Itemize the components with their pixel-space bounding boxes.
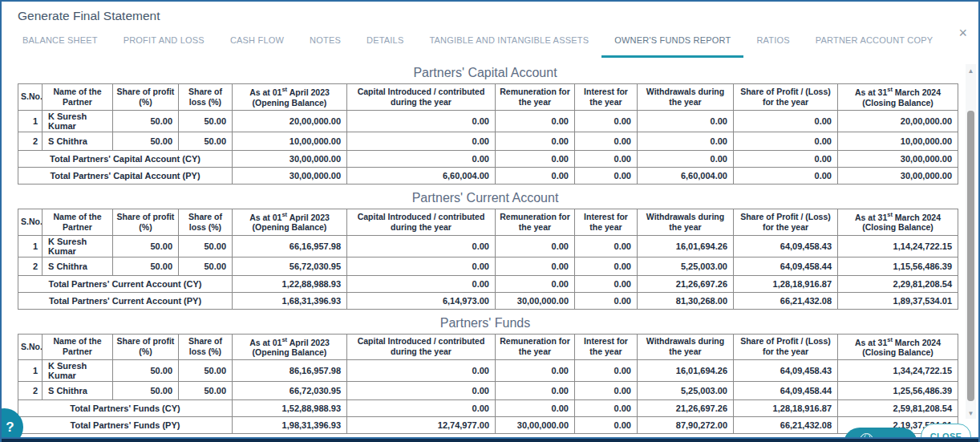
- table-cell: 50.00: [113, 382, 179, 400]
- column-header: As at 31st March 2024 (Closing Balance): [838, 334, 958, 360]
- table-cell: 0.00: [347, 275, 496, 292]
- column-header: Share of Profit / (Loss) for the year: [734, 209, 838, 235]
- table-cell: 1,25,56,486.39: [838, 382, 958, 400]
- table-cell: 2,59,81,208.54: [838, 400, 958, 417]
- table-cell: 0.00: [575, 110, 638, 132]
- header-row: S.No.Name of the PartnerShare of profit …: [18, 84, 958, 111]
- tab-details[interactable]: DETAILS: [354, 27, 416, 58]
- table-cell: 50.00: [113, 360, 179, 382]
- table-cell: 0.00: [496, 257, 575, 275]
- total-row: Total Partners' Current Account (PY)1,68…: [18, 292, 958, 309]
- table-cell: 50.00: [113, 110, 179, 132]
- table-cell: 0.00: [496, 132, 575, 150]
- tab-balance-sheet[interactable]: BALANCE SHEET: [10, 27, 111, 58]
- table-cell: 5,25,003.00: [638, 382, 734, 400]
- column-header: As at 31st March 2024 (Closing Balance): [838, 84, 958, 111]
- table-cell: 2: [18, 132, 43, 150]
- table-cell: 66,21,432.08: [734, 292, 838, 309]
- column-header: Remuneration for the year: [496, 209, 575, 235]
- column-header: Interest for the year: [575, 334, 638, 360]
- table-cell: 81,30,268.00: [638, 292, 734, 309]
- scroll-up-icon[interactable]: ▲: [966, 67, 976, 75]
- table-cell: 50.00: [179, 132, 233, 150]
- table-cell: 6,60,004.00: [347, 167, 496, 184]
- table-cell: 16,01,694.26: [638, 235, 734, 257]
- total-row: Total Partners' Capital Account (PY)30,0…: [18, 167, 958, 184]
- table-cell: 30,00,000.00: [496, 417, 575, 434]
- table-cell: 1,14,24,722.15: [838, 235, 958, 257]
- table-cell: 6,14,973.00: [347, 292, 496, 309]
- table-cell: 30,00,000.00: [838, 167, 958, 184]
- table-cell: 0.00: [347, 257, 496, 275]
- table-cell: 50.00: [113, 257, 179, 275]
- table-cell: 0.00: [496, 382, 575, 400]
- tab-cash-flow[interactable]: CASH FLOW: [217, 27, 297, 58]
- close-icon[interactable]: ×: [958, 26, 967, 40]
- column-header: Share of Profit / (Loss) for the year: [734, 84, 838, 111]
- total-row: Total Partners' Funds (CY)1,52,88,988.93…: [18, 400, 958, 417]
- table-cell: 2,29,81,208.54: [838, 275, 958, 292]
- vertical-scrollbar[interactable]: ▲ ▼: [966, 64, 976, 419]
- table-cell: 21,26,697.26: [638, 400, 734, 417]
- table-cell: 56,72,030.95: [233, 257, 347, 275]
- table-cell: 0.00: [575, 400, 638, 417]
- column-header: As at 31st March 2024 (Closing Balance): [838, 209, 958, 235]
- table-cell: 1: [18, 235, 43, 257]
- table-row: 2S Chithra50.0050.0056,72,030.950.000.00…: [18, 257, 958, 275]
- table-cell: 0.00: [575, 257, 638, 275]
- table-cell: 86,16,957.98: [233, 360, 347, 382]
- column-header: Name of the Partner: [43, 84, 113, 111]
- table-cell: 30,00,000.00: [233, 167, 347, 184]
- table-cell: 64,09,458.43: [734, 360, 838, 382]
- column-header: Remuneration for the year: [496, 84, 575, 111]
- table-cell: S Chithra: [43, 132, 113, 150]
- table-cell: 0.00: [496, 150, 575, 167]
- table-cell: 30,00,000.00: [233, 150, 347, 167]
- table-cell: 64,09,458.43: [734, 235, 838, 257]
- scrollbar-thumb[interactable]: [967, 111, 974, 401]
- table-cell: 0.00: [638, 132, 734, 150]
- table-cell: 2: [18, 257, 43, 275]
- column-header: Share of Profit / (Loss) for the year: [734, 334, 838, 360]
- table-row: 2S Chithra50.0050.0066,72,030.950.000.00…: [18, 382, 958, 400]
- column-header: Share of profit (%): [113, 209, 179, 235]
- tab-notes[interactable]: NOTES: [297, 27, 354, 58]
- table-cell: 1,98,31,396.93: [233, 417, 347, 434]
- table-cell: 50.00: [179, 382, 233, 400]
- report-body: Partners' Capital AccountS.No.Name of th…: [18, 59, 953, 434]
- total-label: Total Partners' Capital Account (CY): [18, 150, 233, 167]
- tab-owners-funds-report[interactable]: OWNER'S FUNDS REPORT: [601, 27, 743, 58]
- table-cell: 0.00: [575, 417, 638, 434]
- column-header: S.No.: [18, 209, 43, 235]
- table-cell: 6,60,004.00: [638, 167, 734, 184]
- table-cell: 0.00: [575, 150, 638, 167]
- table-cell: 1: [18, 360, 43, 382]
- table-cell: 0.00: [575, 167, 638, 184]
- column-header: Name of the Partner: [43, 334, 113, 360]
- table-cell: 0.00: [496, 275, 575, 292]
- table-cell: 50.00: [113, 132, 179, 150]
- table-cell: 0.00: [347, 150, 496, 167]
- tab-profit-and-loss[interactable]: PROFIT AND LOSS: [111, 27, 217, 58]
- table-cell: 0.00: [347, 382, 496, 400]
- table-cell: 50.00: [179, 360, 233, 382]
- column-header: Share of loss (%): [179, 334, 233, 360]
- table-cell: 0.00: [347, 235, 496, 257]
- column-header: Capital Introduced / contributed during …: [347, 334, 496, 360]
- tab-tangible-and-intangible-assets[interactable]: TANGIBLE AND INTANGIBLE ASSETS: [416, 27, 601, 58]
- tab-partner-account-copy[interactable]: PARTNER ACCOUNT COPY: [803, 27, 946, 58]
- column-header: Share of profit (%): [113, 334, 179, 360]
- total-row: Total Partners' Capital Account (CY)30,0…: [18, 150, 958, 167]
- scroll-down-icon[interactable]: ▼: [966, 410, 976, 417]
- table-cell: 1,68,31,396.93: [233, 292, 347, 309]
- total-label: Total Partners' Current Account (CY): [18, 275, 233, 292]
- section-title: Partners' Funds: [18, 316, 953, 330]
- table-cell: 1: [18, 110, 43, 132]
- column-header: As at 01st April 2023 (Opening Balance): [233, 334, 347, 360]
- total-label: Total Partners' Current Account (PY): [18, 292, 233, 309]
- table-cell: 5,25,003.00: [638, 257, 734, 275]
- total-row: Total Partners' Current Account (CY)1,22…: [18, 275, 958, 292]
- table-cell: 0.00: [575, 382, 638, 400]
- table-cell: 30,00,000.00: [496, 292, 575, 309]
- tab-ratios[interactable]: RATIOS: [743, 27, 802, 58]
